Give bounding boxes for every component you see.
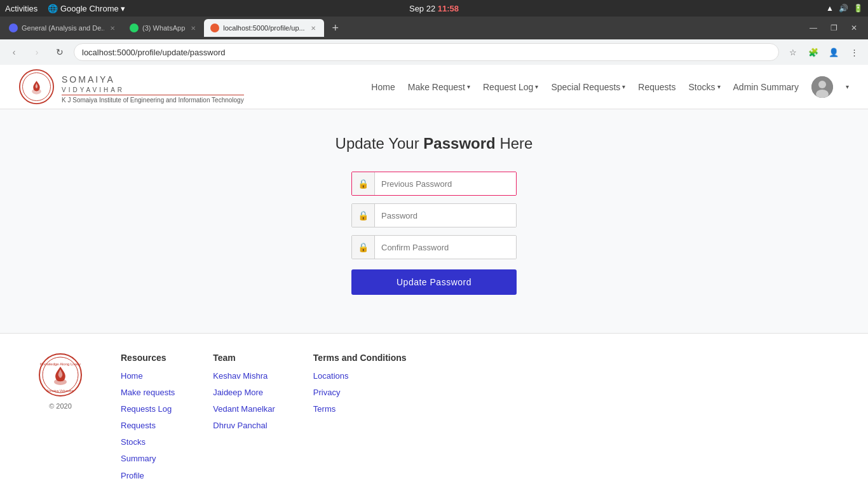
footer-team-vedant[interactable]: Vedant Manelkar bbox=[213, 402, 275, 416]
footer-logo-section: Knowledge Along Livery Somaiya Vidyaviha… bbox=[38, 353, 83, 410]
password-group: 🔒 bbox=[351, 203, 517, 227]
logo-main-text: SOMAIYA bbox=[62, 70, 244, 86]
footer-resources: Resources Home Make requests Requests Lo… bbox=[121, 353, 175, 483]
tab-general[interactable]: General (Analysis and De... ✕ bbox=[3, 19, 123, 37]
nav-admin-summary[interactable]: Admin Summary bbox=[733, 82, 799, 92]
activities-label[interactable]: Activities bbox=[5, 4, 37, 13]
footer-link-locations[interactable]: Locations bbox=[313, 369, 407, 383]
url-bar[interactable]: localhost:5000/profile/update/password bbox=[74, 43, 779, 61]
previous-password-group: 🔒 bbox=[351, 172, 517, 196]
nav-home[interactable]: Home bbox=[371, 82, 395, 92]
footer-copyright: © 2020 bbox=[49, 402, 72, 410]
footer-link-summary[interactable]: Summary bbox=[121, 452, 175, 466]
update-password-button[interactable]: Update Password bbox=[351, 269, 517, 295]
nav-make-request[interactable]: Make Request ▾ bbox=[408, 82, 470, 92]
footer-terms: Terms and Conditions Locations Privacy T… bbox=[313, 353, 407, 416]
nav-requests[interactable]: Requests bbox=[638, 82, 675, 92]
close-window-button[interactable]: ✕ bbox=[845, 19, 863, 37]
footer-team-jaideep[interactable]: Jaideep More bbox=[213, 386, 275, 400]
footer-link-requests[interactable]: Requests bbox=[121, 419, 175, 433]
tab-localhost[interactable]: localhost:5000/profile/up... ✕ bbox=[204, 19, 323, 37]
password-input[interactable] bbox=[375, 204, 516, 227]
nav-special-requests[interactable]: Special Requests ▾ bbox=[551, 82, 625, 92]
footer-resources-title: Resources bbox=[121, 353, 175, 363]
footer-link-privacy[interactable]: Privacy bbox=[313, 386, 407, 400]
menu-button[interactable]: ⋮ bbox=[845, 43, 863, 61]
page-title: Update Your Password Here bbox=[336, 135, 533, 152]
footer-link-stocks[interactable]: Stocks bbox=[121, 435, 175, 449]
footer-link-make-requests[interactable]: Make requests bbox=[121, 386, 175, 400]
footer-team-title: Team bbox=[213, 353, 275, 363]
tab-label-localhost: localhost:5000/profile/up... bbox=[223, 24, 304, 32]
password-form: 🔒 🔒 🔒 Update Password bbox=[351, 172, 517, 295]
svg-text:Knowledge Along Livery: Knowledge Along Livery bbox=[40, 362, 81, 366]
request-log-chevron: ▾ bbox=[535, 83, 538, 90]
logo-text-area: SOMAIYA VIDYAVIHAR K J Somaiya Institute… bbox=[62, 70, 244, 104]
avatar-chevron[interactable]: ▾ bbox=[846, 83, 849, 90]
footer: Knowledge Along Livery Somaiya Vidyaviha… bbox=[0, 333, 868, 488]
system-tray: ▲ 🔊 🔋 bbox=[826, 4, 863, 13]
special-requests-chevron: ▾ bbox=[622, 83, 625, 90]
tab-icon-localhost bbox=[210, 24, 219, 32]
previous-password-lock-icon: 🔒 bbox=[352, 172, 375, 195]
wifi-icon: ▲ bbox=[826, 4, 834, 13]
forward-button[interactable]: › bbox=[28, 43, 46, 61]
tab-close-general[interactable]: ✕ bbox=[108, 24, 117, 32]
tab-whatsapp[interactable]: (3) WhatsApp ✕ bbox=[123, 19, 204, 37]
new-tab-button[interactable]: + bbox=[327, 19, 344, 37]
confirm-password-input[interactable] bbox=[375, 236, 516, 259]
refresh-button[interactable]: ↻ bbox=[51, 43, 69, 61]
os-bar: Activities 🌐 Google Chrome ▾ Sep 22 11:5… bbox=[0, 0, 868, 17]
nav-request-log[interactable]: Request Log ▾ bbox=[483, 82, 538, 92]
address-bar: ‹ › ↻ localhost:5000/profile/update/pass… bbox=[0, 39, 868, 65]
browser-label: 🌐 Google Chrome ▾ bbox=[48, 4, 125, 13]
footer-team-dhruv[interactable]: Dhruv Panchal bbox=[213, 419, 275, 433]
svg-point-9 bbox=[54, 379, 67, 385]
tab-close-whatsapp[interactable]: ✕ bbox=[189, 24, 198, 32]
stocks-chevron: ▾ bbox=[717, 83, 721, 90]
confirm-password-lock-icon: 🔒 bbox=[352, 236, 375, 259]
tab-icon-general bbox=[9, 24, 18, 32]
browser-actions: ☆ 🧩 👤 ⋮ bbox=[784, 43, 863, 61]
password-lock-icon: 🔒 bbox=[352, 204, 375, 227]
footer-terms-title: Terms and Conditions bbox=[313, 353, 407, 363]
footer-link-terms[interactable]: Terms bbox=[313, 402, 407, 416]
logo-institution: K J Somaiya Institute of Engineering and… bbox=[62, 97, 244, 104]
maximize-button[interactable]: ❐ bbox=[825, 19, 843, 37]
svg-point-4 bbox=[818, 81, 826, 88]
svg-text:Somaiya Vidyavihar: Somaiya Vidyavihar bbox=[46, 389, 74, 393]
nav-links: Home Make Request ▾ Request Log ▾ Specia… bbox=[371, 76, 849, 98]
somaiya-logo bbox=[19, 69, 54, 104]
footer-team: Team Keshav Mishra Jaideep More Vedant M… bbox=[213, 353, 275, 433]
tab-label-whatsapp: (3) WhatsApp bbox=[142, 24, 185, 32]
tabs-bar: General (Analysis and De... ✕ (3) WhatsA… bbox=[0, 17, 868, 39]
previous-password-input[interactable] bbox=[375, 172, 516, 195]
user-avatar[interactable] bbox=[811, 76, 833, 98]
page: SOMAIYA VIDYAVIHAR K J Somaiya Institute… bbox=[0, 65, 868, 488]
make-request-chevron: ▾ bbox=[467, 83, 470, 90]
browser-chrome: General (Analysis and De... ✕ (3) WhatsA… bbox=[0, 17, 868, 65]
volume-icon: 🔊 bbox=[839, 4, 848, 13]
footer-link-profile[interactable]: Profile bbox=[121, 469, 175, 483]
navbar: SOMAIYA VIDYAVIHAR K J Somaiya Institute… bbox=[0, 65, 868, 109]
footer-team-keshav[interactable]: Keshav Mishra bbox=[213, 369, 275, 383]
confirm-password-group: 🔒 bbox=[351, 235, 517, 259]
minimize-button[interactable]: — bbox=[804, 19, 822, 37]
logo-sub-text: VIDYAVIHAR bbox=[62, 86, 244, 93]
url-text: localhost:5000/profile/update/password bbox=[82, 48, 225, 57]
logo-area: SOMAIYA VIDYAVIHAR K J Somaiya Institute… bbox=[19, 69, 244, 104]
bookmark-star-button[interactable]: ☆ bbox=[784, 43, 802, 61]
footer-link-home[interactable]: Home bbox=[121, 369, 175, 383]
footer-link-requests-log[interactable]: Requests Log bbox=[121, 402, 175, 416]
main-content: Update Your Password Here 🔒 🔒 🔒 Update P… bbox=[0, 109, 868, 333]
extension-puzzle-button[interactable]: 🧩 bbox=[804, 43, 822, 61]
profile-button[interactable]: 👤 bbox=[825, 43, 843, 61]
tab-label-general: General (Analysis and De... bbox=[22, 24, 104, 32]
battery-icon: 🔋 bbox=[853, 4, 863, 13]
datetime-display: Sep 22 11:58 bbox=[409, 4, 459, 13]
back-button[interactable]: ‹ bbox=[5, 43, 23, 61]
nav-stocks[interactable]: Stocks ▾ bbox=[689, 82, 721, 92]
footer-logo: Knowledge Along Livery Somaiya Vidyaviha… bbox=[38, 353, 83, 397]
tab-icon-whatsapp bbox=[130, 24, 139, 32]
tab-close-localhost[interactable]: ✕ bbox=[309, 24, 318, 32]
